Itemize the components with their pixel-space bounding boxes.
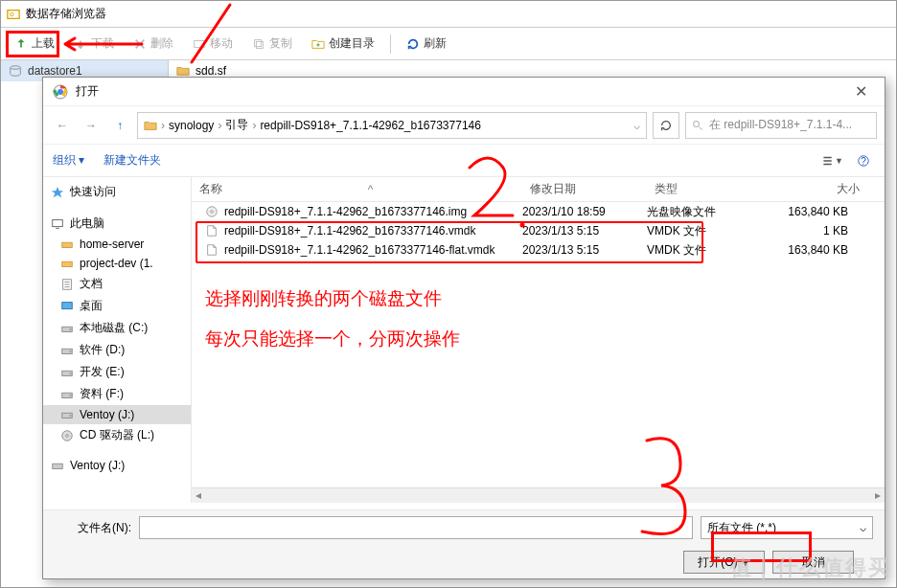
sidebar-item[interactable]: project-dev (1. <box>43 254 191 273</box>
file-list[interactable]: 名称^ 修改日期 类型 大小 redpill-DS918+_7.1.1-4296… <box>192 177 885 503</box>
sidebar-item[interactable]: 开发 (E:) <box>43 361 191 383</box>
disk-icon <box>60 408 74 421</box>
svg-rect-12 <box>62 242 73 247</box>
refresh-icon <box>659 119 673 132</box>
copy-icon <box>252 37 265 51</box>
sidebar-this-pc[interactable]: 此电脑 <box>43 213 191 235</box>
star-icon <box>51 186 64 199</box>
nav-refresh-button[interactable] <box>653 112 679 139</box>
svg-text:?: ? <box>861 154 866 166</box>
annotation-text: 每次只能选择一个，分两次操作 <box>205 327 460 351</box>
copy-button[interactable]: 复制 <box>244 32 300 56</box>
horizontal-scrollbar[interactable]: ◂▸ <box>192 487 885 503</box>
search-icon <box>692 120 703 131</box>
col-type-header[interactable]: 类型 <box>647 181 771 197</box>
svg-point-1 <box>11 12 14 16</box>
disk-icon <box>60 388 74 401</box>
nav-up-button[interactable]: ↑ <box>108 114 131 137</box>
move-icon <box>193 37 206 51</box>
disk-icon <box>60 322 74 335</box>
sidebar-item[interactable]: 软件 (D:) <box>43 339 191 361</box>
file-type-dropdown[interactable]: 所有文件 (*.*) ⌵ <box>701 516 873 539</box>
breadcrumb[interactable]: › synology› 引导› redpill-DS918+_7.1.1-429… <box>137 112 647 139</box>
annotation-box <box>196 221 703 263</box>
upload-button[interactable]: 上载 <box>7 32 62 56</box>
filename-label: 文件名(N): <box>55 520 131 536</box>
svg-rect-28 <box>53 464 63 468</box>
drive-y-icon <box>60 237 74 251</box>
close-icon[interactable]: ✕ <box>847 80 875 102</box>
db-icon <box>9 64 22 78</box>
annotation-text: 选择刚刚转换的两个磁盘文件 <box>205 286 442 311</box>
col-date-header[interactable]: 修改日期 <box>522 181 647 197</box>
sidebar-item[interactable]: Ventoy (J:) <box>43 405 191 424</box>
filename-input[interactable] <box>139 516 693 539</box>
svg-point-23 <box>70 395 72 396</box>
dialog-title: 打开 <box>76 83 99 100</box>
disc-icon <box>205 205 218 218</box>
sidebar-item[interactable]: 桌面 <box>43 295 191 317</box>
host-toolbar: 上载 下载 删除 移动 复制 创建目录 刷新 <box>1 28 896 60</box>
download-button[interactable]: 下载 <box>66 32 122 56</box>
disk-icon <box>51 459 64 472</box>
db-icon <box>7 8 20 21</box>
svg-rect-13 <box>62 261 73 266</box>
svg-point-19 <box>70 351 72 352</box>
svg-rect-4 <box>256 41 263 48</box>
col-name-header[interactable]: 名称^ <box>192 181 522 197</box>
svg-point-30 <box>211 211 214 214</box>
svg-point-7 <box>58 89 63 95</box>
window-title-bar: 数据存储浏览器 <box>1 1 896 28</box>
column-headers: 名称^ 修改日期 类型 大小 <box>192 177 885 202</box>
pc-icon <box>51 217 64 231</box>
file-row[interactable]: redpill-DS918+_7.1.1-42962_b1673377146.i… <box>192 202 885 221</box>
nav-back-button[interactable]: ← <box>51 114 74 137</box>
chrome-icon <box>53 84 68 100</box>
chevron-down-icon[interactable]: ⌵ <box>633 119 640 132</box>
svg-point-25 <box>70 415 72 417</box>
svg-point-5 <box>11 66 21 70</box>
sidebar-item[interactable]: 文档 <box>43 273 191 295</box>
svg-point-21 <box>70 373 72 374</box>
sidebar-item[interactable]: 本地磁盘 (C:) <box>43 317 191 339</box>
col-size-header[interactable]: 大小 <box>771 181 867 197</box>
mkdir-button[interactable]: 创建目录 <box>304 32 382 56</box>
folder-plus-icon <box>311 37 325 51</box>
view-mode-button[interactable]: ▼ <box>821 149 844 172</box>
nav-forward-button[interactable]: → <box>80 114 103 137</box>
folder-icon <box>176 64 190 78</box>
open-file-dialog: 打开 ✕ ← → ↑ › synology› 引导› redpill-DS918… <box>42 77 886 579</box>
organize-button[interactable]: 组织 ▾ <box>53 152 84 169</box>
help-button[interactable]: ? <box>852 149 875 172</box>
drive-y-icon <box>60 257 74 270</box>
disk-icon <box>60 366 74 379</box>
desktop-icon <box>60 300 74 313</box>
sidebar-quick-access[interactable]: 快速访问 <box>43 181 191 203</box>
dialog-title-bar: 打开 ✕ <box>43 78 885 106</box>
delete-icon <box>133 37 147 51</box>
window-title: 数据存储浏览器 <box>26 6 106 22</box>
svg-rect-11 <box>53 219 63 226</box>
download-icon <box>74 37 87 51</box>
list-icon <box>822 154 833 168</box>
refresh-icon <box>406 37 420 51</box>
move-button[interactable]: 移动 <box>185 32 241 56</box>
upload-icon <box>14 37 28 51</box>
doc-icon <box>60 278 74 291</box>
new-folder-button[interactable]: 新建文件夹 <box>104 152 161 169</box>
svg-point-27 <box>66 434 69 437</box>
delete-button[interactable]: 删除 <box>126 32 181 56</box>
search-input[interactable]: 在 redpill-DS918+_7.1.1-4... <box>685 112 877 139</box>
help-icon: ? <box>857 154 870 168</box>
sidebar-item[interactable]: Ventoy (J:) <box>43 456 191 475</box>
sidebar-item[interactable]: CD 驱动器 (L:) <box>43 424 191 446</box>
refresh-button[interactable]: 刷新 <box>399 32 454 56</box>
dialog-sidebar[interactable]: 快速访问 此电脑 home-serverproject-dev (1.文档桌面本… <box>43 177 192 503</box>
sidebar-item[interactable]: home-server <box>43 235 191 254</box>
dialog-nav: ← → ↑ › synology› 引导› redpill-DS918+_7.1… <box>43 106 885 145</box>
sidebar-item[interactable]: 资料 (F:) <box>43 383 191 405</box>
dialog-toolbar: 组织 ▾ 新建文件夹 ▼ ? <box>43 145 885 177</box>
svg-rect-15 <box>62 302 73 308</box>
cd-icon <box>60 429 74 442</box>
folder-icon <box>144 119 157 132</box>
